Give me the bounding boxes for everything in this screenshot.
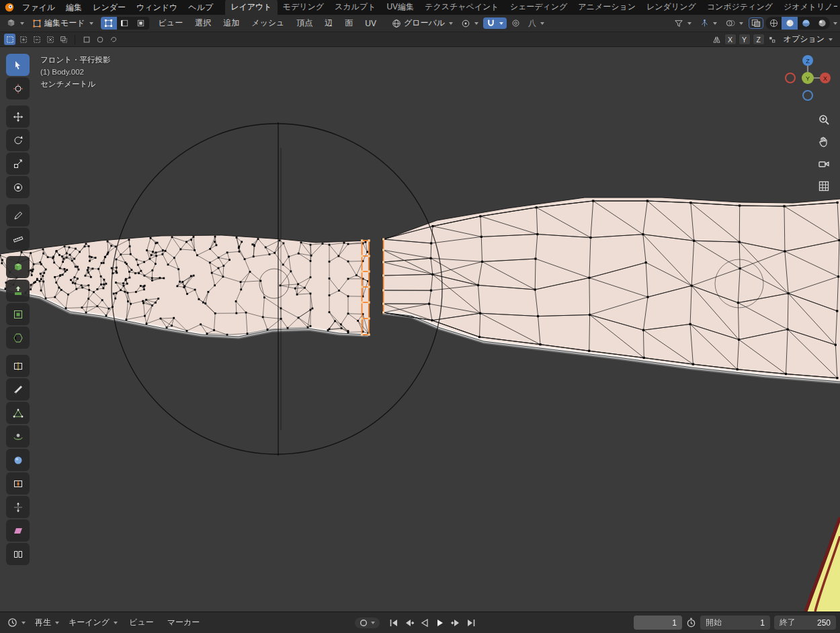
tab-texture-paint[interactable]: テクスチャペイント [419,0,505,15]
tool-spin[interactable] [6,425,30,448]
tool-inset-faces[interactable] [6,303,30,325]
menu-file[interactable]: ファイル [17,0,60,15]
menu-face[interactable]: 面 [339,15,358,31]
tool-scale[interactable] [6,153,30,175]
tweak-tool-icon[interactable] [81,34,92,45]
navigation-gizmo[interactable]: Z X Y [781,51,835,105]
auto-keying-group[interactable] [355,618,380,628]
next-keyframe-button[interactable] [448,616,462,630]
mirror-y-button[interactable]: Y [739,34,751,45]
timeline-editor-type-button[interactable] [4,616,29,629]
tool-bevel[interactable] [6,327,30,349]
circle-select-icon[interactable] [94,34,106,45]
select-mode-intersect-icon[interactable] [58,34,69,45]
tool-move[interactable] [6,106,30,128]
menu-vertex[interactable]: 頂点 [291,15,318,31]
tool-rip-region[interactable] [6,543,30,565]
axis-neg-x-ball[interactable] [786,73,795,83]
tool-edge-slide[interactable] [6,472,30,495]
timeline-marker-menu[interactable]: マーカー [162,615,206,630]
menu-edge[interactable]: 辺 [319,15,338,31]
shading-rendered-button[interactable] [814,17,830,30]
prev-keyframe-button[interactable] [402,616,416,630]
mirror-z-button[interactable]: Z [753,34,765,45]
tab-compositing[interactable]: コンポジティング [702,0,778,15]
menu-view[interactable]: ビュー [153,15,189,31]
tab-shading[interactable]: シェーディング [505,0,573,15]
options-dropdown[interactable]: オプション [780,32,836,46]
tool-shrink-fatten[interactable] [6,496,30,518]
tool-knife[interactable] [6,378,30,400]
transform-orientation-dropdown[interactable]: グローバル [388,16,456,30]
show-overlays-dropdown[interactable] [722,17,747,29]
object-visibility-dropdown[interactable] [671,18,695,29]
tool-extrude-region[interactable] [6,280,30,302]
play-reverse-button[interactable] [417,616,431,630]
tool-cursor[interactable] [6,77,30,99]
vertex-select-button[interactable] [101,17,117,30]
proportional-falloff-dropdown[interactable]: 八 [525,16,548,30]
toggle-xray-button[interactable] [749,17,763,29]
tool-loop-cut[interactable] [6,355,30,377]
edge-select-button[interactable] [117,17,133,30]
jump-to-start-button[interactable] [386,616,401,630]
timeline-view-menu[interactable]: ビュー [124,615,159,630]
tool-smooth[interactable] [6,449,30,471]
snap-toggle[interactable] [483,17,507,29]
tool-transform[interactable] [6,176,30,198]
select-mode-subtract-icon[interactable] [31,34,42,45]
tool-add-cube[interactable] [6,256,30,278]
mirror-x-button[interactable]: X [724,34,737,45]
pan-hand-icon[interactable] [816,134,832,150]
show-gizmo-dropdown[interactable] [697,17,720,29]
select-mode-invert-icon[interactable] [44,34,56,45]
menu-add[interactable]: 追加 [218,15,245,31]
shading-dropdown-caret[interactable] [833,22,837,25]
current-frame-field[interactable]: 1 [634,616,682,630]
grid-ortho-icon[interactable] [816,178,832,194]
menu-render[interactable]: レンダー [87,0,131,15]
tab-geometry-nodes[interactable]: ジオメトリノード [778,0,837,15]
tool-shear[interactable] [6,519,30,542]
blender-logo-icon[interactable] [4,1,15,13]
tool-poly-build[interactable] [6,402,30,424]
tab-uv-editing[interactable]: UV編集 [381,0,419,15]
pivot-point-dropdown[interactable] [458,17,482,30]
menu-select[interactable]: 選択 [190,15,216,31]
shading-solid-button[interactable] [782,17,798,30]
camera-view-icon[interactable] [816,156,832,172]
menu-edit[interactable]: 編集 [60,0,87,15]
tab-sculpting[interactable]: スカルプト [329,0,381,15]
tool-select-box[interactable] [6,54,30,76]
tool-rotate[interactable] [6,129,30,151]
menu-mesh[interactable]: メッシュ [246,15,290,31]
tab-modeling[interactable]: モデリング [278,0,329,15]
keying-menu[interactable]: キーイング [65,616,121,630]
viewport-canvas[interactable] [0,47,840,611]
frame-start-field[interactable]: 開始 1 [700,616,770,630]
menu-window[interactable]: ウィンドウ [131,0,183,15]
tool-measure[interactable] [6,228,30,250]
frame-end-field[interactable]: 終了 250 [774,616,836,630]
snap-extra-icon[interactable] [767,34,778,45]
mode-dropdown[interactable]: 編集モード [29,16,97,30]
zoom-icon[interactable] [816,112,832,128]
tool-annotate[interactable] [6,204,30,226]
shading-material-button[interactable] [798,17,814,30]
proportional-edit-toggle[interactable] [508,17,523,29]
axis-neg-z-ball[interactable] [803,91,812,100]
tab-animation[interactable]: アニメーション [573,0,641,15]
playback-menu[interactable]: 再生 [32,616,62,630]
face-select-button[interactable] [133,17,149,30]
menu-help[interactable]: ヘルプ [183,0,218,15]
jump-to-end-button[interactable] [464,616,478,630]
stopwatch-icon[interactable] [686,618,696,628]
tab-rendering[interactable]: レンダリング [641,0,702,15]
lasso-select-icon[interactable] [108,34,119,45]
editor-type-button[interactable] [3,17,28,30]
select-mode-new-icon[interactable] [4,34,15,45]
tab-layout[interactable]: レイアウト [225,0,277,15]
select-mode-extend-icon[interactable] [17,34,29,45]
shading-wireframe-button[interactable] [765,17,782,30]
play-button[interactable] [433,616,447,630]
